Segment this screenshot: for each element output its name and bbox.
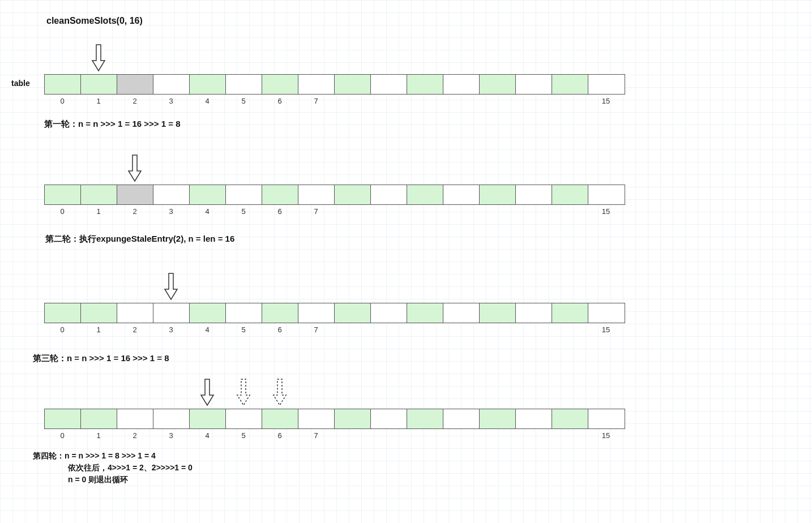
index-label [370, 207, 407, 216]
table-cell-green [407, 303, 443, 323]
table-cell-green [335, 303, 371, 323]
pointer-arrow [91, 44, 106, 72]
table-cell-white [588, 185, 625, 204]
index-label: 3 [153, 207, 189, 216]
index-label [334, 97, 370, 105]
table-cell-white [443, 75, 480, 94]
index-label: 6 [262, 431, 298, 440]
table-cell-green [190, 75, 226, 94]
index-label: 7 [298, 207, 334, 216]
table-cell-green [190, 303, 226, 323]
index-label: 7 [298, 325, 334, 334]
table-cell-white [226, 75, 262, 94]
table-cell-green [552, 409, 588, 428]
table-cell-white [298, 409, 335, 428]
index-label: 4 [189, 207, 225, 216]
table-cell-white [298, 185, 335, 204]
table-row [44, 185, 625, 205]
table-cell-white [153, 409, 190, 428]
round4-line2: 依次往后，4>>>1 = 2、2>>>>1 = 0 [33, 462, 193, 474]
table-cell-green [335, 75, 371, 94]
diagram-title: cleanSomeSlots(0, 16) [46, 16, 143, 26]
table-cell-white [226, 409, 262, 428]
index-label: 15 [588, 97, 624, 105]
table-cell-white [371, 303, 407, 323]
table-cell-white [371, 75, 407, 94]
round4-text: 第四轮：n = n >>> 1 = 8 >>> 1 = 4依次往后，4>>>1 … [33, 450, 193, 486]
index-label: 15 [588, 207, 624, 216]
index-label: 5 [225, 207, 262, 216]
table-cell-green [480, 185, 516, 204]
table-cell-green [45, 75, 81, 94]
table-cell-green [45, 409, 81, 428]
index-row: 0123456715 [44, 325, 624, 334]
table-cell-white [226, 303, 262, 323]
pointer-arrow [127, 154, 142, 182]
table-cell-green [190, 185, 226, 204]
index-label: 1 [80, 431, 117, 440]
index-label [552, 325, 588, 334]
table-cell-green [480, 75, 516, 94]
index-label: 2 [117, 431, 153, 440]
round3-text: 第三轮：n = n >>> 1 = 16 >>> 1 = 8 [33, 353, 169, 364]
index-label: 5 [225, 431, 262, 440]
index-label [552, 97, 588, 105]
pointer-arrow-dotted [236, 378, 251, 406]
index-label: 6 [262, 207, 298, 216]
table-cell-white [298, 303, 335, 323]
table-row [44, 303, 625, 323]
table-cell-white [117, 303, 153, 323]
index-label: 0 [44, 97, 80, 105]
table-cell-white [226, 185, 262, 204]
pointer-arrow-dotted [272, 378, 287, 406]
table-cell-green [81, 75, 117, 94]
index-label [407, 325, 443, 334]
index-label: 0 [44, 325, 80, 334]
index-label: 2 [117, 325, 153, 334]
index-label [479, 97, 515, 105]
index-label [334, 325, 370, 334]
table-cell-white [443, 409, 480, 428]
table-cell-white [516, 409, 552, 428]
table-cell-white [443, 303, 480, 323]
index-label: 0 [44, 207, 80, 216]
table-cell-white [588, 303, 625, 323]
table-cell-green [407, 409, 443, 428]
index-label [407, 431, 443, 440]
index-label: 1 [80, 325, 117, 334]
index-label [407, 207, 443, 216]
table-cell-green [45, 303, 81, 323]
index-label [479, 431, 515, 440]
index-label: 3 [153, 97, 189, 105]
table-row [44, 74, 625, 95]
table-row [44, 409, 625, 429]
table-cell-green [81, 409, 117, 428]
table-cell-white [153, 75, 190, 94]
table-label: table [11, 79, 30, 88]
index-label: 7 [298, 97, 334, 105]
index-label: 15 [588, 325, 624, 334]
table-cell-green [81, 185, 117, 204]
table-cell-white [153, 185, 190, 204]
index-label [334, 207, 370, 216]
table-cell-green [45, 185, 81, 204]
index-label [443, 97, 479, 105]
table-cell-white [117, 409, 153, 428]
index-label [515, 325, 552, 334]
index-label: 2 [117, 207, 153, 216]
index-label [443, 325, 479, 334]
round4-line1: 第四轮：n = n >>> 1 = 8 >>> 1 = 4 [33, 450, 193, 462]
table-cell-white [588, 75, 625, 94]
index-label [479, 207, 515, 216]
index-label: 15 [588, 431, 624, 440]
table-cell-green [262, 303, 298, 323]
index-label: 0 [44, 431, 80, 440]
index-label: 3 [153, 325, 189, 334]
table-cell-white [516, 75, 552, 94]
table-cell-green [262, 409, 298, 428]
table-cell-white [443, 185, 480, 204]
index-label [515, 207, 552, 216]
round2-text: 第二轮：执行expungeStaleEntry(2), n = len = 16 [45, 234, 234, 245]
table-cell-green [552, 303, 588, 323]
index-row: 0123456715 [44, 97, 624, 105]
